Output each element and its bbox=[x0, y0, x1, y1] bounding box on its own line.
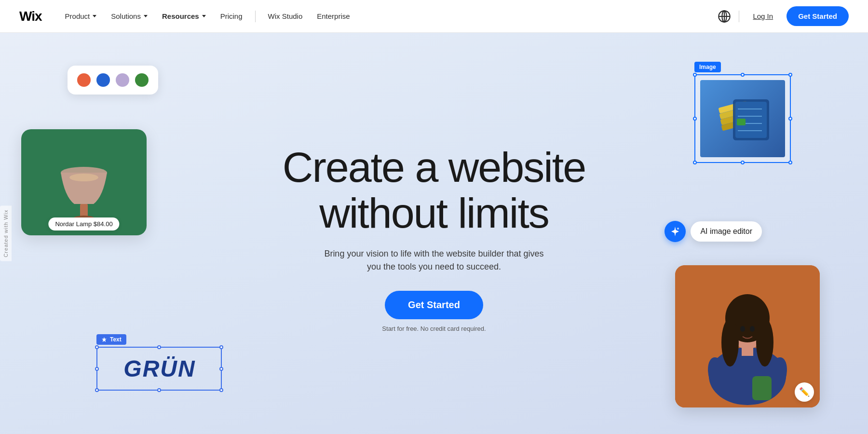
nav-pricing[interactable]: Pricing bbox=[215, 8, 248, 24]
image-selection-card: Image bbox=[694, 62, 791, 163]
sparkle-svg bbox=[669, 226, 681, 237]
nav-enterprise[interactable]: Enterprise bbox=[311, 8, 355, 24]
color-dot-blue bbox=[96, 73, 110, 87]
navbar: Wix Product Solutions Resources Pricing … bbox=[0, 0, 868, 33]
nav-right: Log In Get Started bbox=[718, 6, 849, 26]
image-tag: Image bbox=[694, 62, 721, 72]
nav-resources[interactable]: Resources bbox=[156, 8, 212, 24]
ai-sparkle-icon bbox=[665, 221, 686, 242]
gruen-tag: Text bbox=[96, 334, 126, 345]
hero-section: Created with Wix Nordar Lamp $84.00 bbox=[0, 33, 868, 434]
svg-point-8 bbox=[69, 174, 98, 181]
edit-pencil-icon[interactable]: ✏️ bbox=[795, 382, 814, 402]
nav-divider bbox=[255, 11, 256, 22]
hero-content: Create a website without limits Bring yo… bbox=[283, 144, 585, 332]
color-palette-card bbox=[68, 66, 158, 95]
svg-rect-32 bbox=[752, 376, 772, 400]
chevron-down-icon bbox=[93, 15, 96, 17]
created-with-label: Created with Wix bbox=[0, 205, 12, 261]
wix-logo[interactable]: Wix bbox=[19, 9, 42, 24]
gruen-selection-box: GRÜN bbox=[96, 347, 222, 391]
image-selection-box bbox=[694, 74, 791, 163]
nav-solutions[interactable]: Solutions bbox=[105, 8, 153, 24]
gruen-text-card: Text GRÜN bbox=[96, 334, 222, 391]
woman-photo-card: ✏️ bbox=[675, 265, 820, 407]
nav-vertical-divider bbox=[739, 11, 739, 22]
hero-get-started-button[interactable]: Get Started bbox=[385, 291, 483, 319]
hero-title: Create a website without limits bbox=[283, 144, 585, 236]
chips-image bbox=[700, 80, 785, 157]
lamp-svg bbox=[50, 134, 118, 231]
chips-svg bbox=[709, 90, 776, 148]
nav-product[interactable]: Product bbox=[59, 8, 103, 24]
color-dot-green bbox=[135, 73, 149, 87]
color-dot-purple bbox=[116, 73, 129, 87]
svg-point-27 bbox=[740, 326, 745, 332]
color-dot-orange bbox=[77, 73, 91, 87]
ai-editor-bubble[interactable]: AI image editor bbox=[665, 221, 762, 242]
chevron-down-icon bbox=[202, 15, 206, 17]
chevron-down-icon bbox=[144, 15, 148, 17]
svg-rect-29 bbox=[742, 346, 753, 356]
svg-point-20 bbox=[677, 228, 679, 230]
get-started-nav-button[interactable]: Get Started bbox=[787, 6, 849, 26]
hero-subtitle: Bring your vision to life with the websi… bbox=[318, 247, 550, 273]
nav-wix-studio[interactable]: Wix Studio bbox=[262, 8, 309, 24]
nav-links: Product Solutions Resources Pricing Wix … bbox=[59, 8, 718, 24]
lamp-price-label: Nordar Lamp $84.00 bbox=[48, 217, 119, 231]
lamp-image: Nordar Lamp $84.00 bbox=[21, 129, 147, 235]
gruen-logo-text: GRÜN bbox=[123, 355, 194, 382]
hero-free-note: Start for free. No credit card required. bbox=[283, 325, 585, 332]
svg-rect-19 bbox=[737, 119, 746, 125]
globe-icon[interactable] bbox=[718, 10, 731, 23]
star-icon bbox=[101, 337, 107, 342]
ai-editor-label: AI image editor bbox=[691, 221, 762, 242]
svg-point-25 bbox=[721, 318, 739, 366]
svg-point-28 bbox=[750, 326, 755, 332]
lamp-product-card: Nordar Lamp $84.00 bbox=[21, 129, 147, 235]
svg-point-26 bbox=[756, 318, 773, 366]
login-button[interactable]: Log In bbox=[747, 8, 779, 24]
